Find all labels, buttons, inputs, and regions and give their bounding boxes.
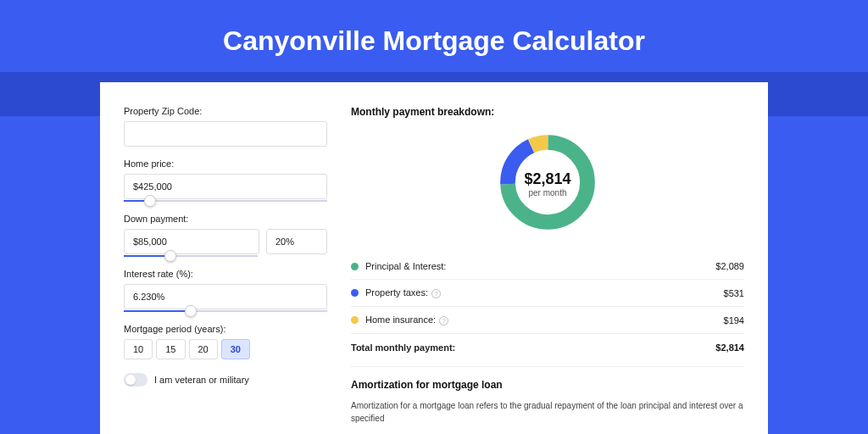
period-label: Mortgage period (years): xyxy=(124,324,327,334)
line-principal-label: Principal & Interest: xyxy=(365,261,715,271)
down-payment-label: Down payment: xyxy=(124,214,327,224)
down-payment-slider[interactable] xyxy=(124,255,258,257)
donut-amount: $2,814 xyxy=(495,170,600,188)
zip-input[interactable] xyxy=(124,121,327,147)
line-principal-value: $2,089 xyxy=(715,261,744,271)
zip-label: Property Zip Code: xyxy=(124,106,327,116)
interest-label: Interest rate (%): xyxy=(124,269,327,279)
dot-principal-icon xyxy=(351,263,359,270)
total-label: Total monthly payment: xyxy=(351,342,715,353)
dot-insurance-icon xyxy=(351,316,359,324)
period-20[interactable]: 20 xyxy=(189,339,218,359)
line-insurance: Home insurance:? $194 xyxy=(351,307,744,334)
page-title: Canyonville Mortgage Calculator xyxy=(0,25,868,57)
calculator-card: Property Zip Code: Home price: Down paym… xyxy=(100,82,768,434)
info-icon[interactable]: ? xyxy=(439,316,448,326)
breakdown-title: Monthly payment breakdown: xyxy=(351,106,744,118)
amort-text: Amortization for a mortgage loan refers … xyxy=(351,399,744,425)
line-taxes-label: Property taxes:? xyxy=(365,287,724,298)
home-price-label: Home price: xyxy=(124,159,327,169)
info-icon[interactable]: ? xyxy=(431,289,441,298)
slider-thumb[interactable] xyxy=(164,250,176,262)
veteran-toggle[interactable] xyxy=(124,373,147,387)
home-price-input[interactable] xyxy=(124,174,327,199)
line-total: Total monthly payment: $2,814 xyxy=(351,334,744,361)
line-insurance-value: $194 xyxy=(724,315,744,326)
field-home-price: Home price: xyxy=(124,159,327,202)
field-interest: Interest rate (%): xyxy=(124,269,327,312)
slider-thumb[interactable] xyxy=(185,305,197,317)
line-taxes-value: $531 xyxy=(724,288,744,298)
period-30[interactable]: 30 xyxy=(221,339,250,359)
slider-thumb[interactable] xyxy=(144,195,156,207)
amort-title: Amortization for mortgage loan xyxy=(351,379,744,391)
line-principal: Principal & Interest: $2,089 xyxy=(351,253,744,280)
donut-sub: per month xyxy=(495,188,600,198)
veteran-row: I am veteran or military xyxy=(124,373,327,387)
interest-input[interactable] xyxy=(124,284,327,309)
line-taxes: Property taxes:? $531 xyxy=(351,280,744,307)
period-10[interactable]: 10 xyxy=(124,339,153,359)
home-price-slider[interactable] xyxy=(124,200,327,202)
breakdown-panel: Monthly payment breakdown: $2,814 per mo… xyxy=(351,106,744,434)
period-group: 10 15 20 30 xyxy=(124,339,327,359)
down-payment-pct-input[interactable] xyxy=(266,229,327,254)
dot-taxes-icon xyxy=(351,289,359,297)
down-payment-input[interactable] xyxy=(124,229,259,254)
form-panel: Property Zip Code: Home price: Down paym… xyxy=(124,106,327,434)
veteran-label: I am veteran or military xyxy=(154,375,249,385)
field-zip: Property Zip Code: xyxy=(124,106,327,147)
field-down-payment: Down payment: xyxy=(124,214,327,257)
line-insurance-label: Home insurance:? xyxy=(365,314,724,326)
amortization-section: Amortization for mortgage loan Amortizat… xyxy=(351,366,744,425)
donut-center: $2,814 per month xyxy=(495,170,600,198)
donut-chart-wrap: $2,814 per month xyxy=(351,130,744,238)
period-15[interactable]: 15 xyxy=(156,339,185,359)
field-period: Mortgage period (years): 10 15 20 30 xyxy=(124,324,327,359)
interest-slider[interactable] xyxy=(124,310,327,312)
total-value: $2,814 xyxy=(715,342,744,353)
